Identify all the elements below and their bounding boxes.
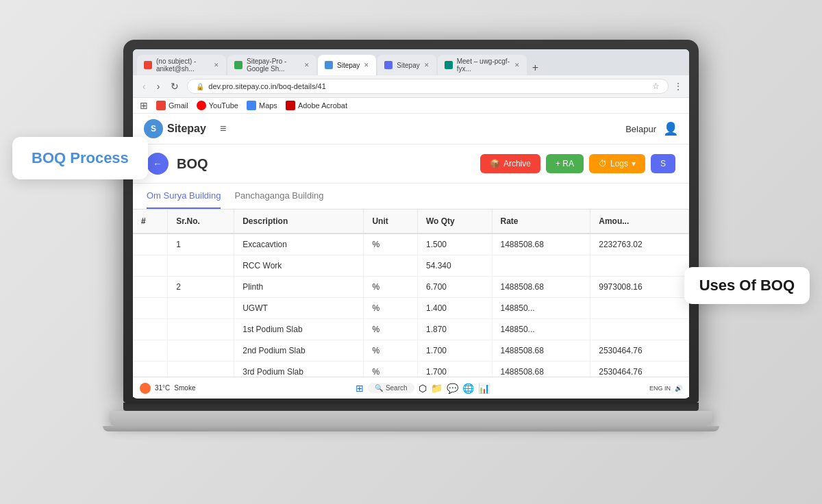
tab-gmail[interactable]: (no subject) - aniket@sh... ✕: [137, 55, 226, 75]
uses-of-boq-text: Uses Of BOQ: [699, 277, 795, 294]
table-cell: 1488508.68: [492, 234, 590, 255]
archive-label: Archive: [503, 159, 531, 168]
new-tab-button[interactable]: +: [528, 62, 543, 74]
tab-meet-label: Meet – uwg-pcgf-fyx...: [457, 58, 510, 73]
meet-tab-icon: [445, 61, 453, 69]
url-input[interactable]: 🔒 dev.pro.sitepay.co.in/boq-details/41 ☆: [187, 79, 669, 94]
sitepay-logo: S Sitepay: [144, 119, 206, 138]
submit-label: S: [660, 159, 666, 168]
table-cell: %: [364, 319, 418, 340]
archive-icon: 📦: [490, 159, 500, 168]
tab-om-surya[interactable]: Om Surya Building: [147, 184, 221, 209]
taskbar-widgets-icon[interactable]: ⬡: [419, 383, 427, 394]
acrobat-bm-icon: [286, 101, 295, 110]
gmail-tab-icon: [144, 61, 152, 69]
logs-button[interactable]: ⏱ Logs ▾: [589, 154, 645, 173]
search-icon: 🔍: [375, 384, 383, 392]
taskbar-app3-icon[interactable]: 📊: [478, 383, 490, 394]
tab-gmail-close[interactable]: ✕: [214, 62, 219, 68]
bookmarks-bar: ⊞ Gmail YouTube Maps Adobe Acrobat: [133, 98, 689, 114]
sitepay1-tab-icon: [325, 61, 333, 69]
taskbar-search[interactable]: 🔍 Search: [368, 383, 414, 393]
volume-icon[interactable]: 🔊: [675, 385, 682, 392]
bookmark-gmail[interactable]: Gmail: [156, 101, 188, 110]
table-cell: 1488508.68: [492, 277, 590, 298]
sheets-tab-icon: [234, 61, 242, 69]
table-cell: 1.870: [417, 319, 492, 340]
table-cell: [168, 319, 234, 340]
browser-tabs-bar: (no subject) - aniket@sh... ✕ Sitepay-Pr…: [133, 49, 689, 75]
table-cell: %: [364, 234, 418, 255]
table-cell: %: [364, 340, 418, 362]
laptop-screen: (no subject) - aniket@sh... ✕ Sitepay-Pr…: [123, 40, 699, 403]
bookmark-youtube[interactable]: YouTube: [197, 101, 238, 110]
table-row: 2nd Podium Slab%1.7001488508.682530464.7…: [133, 340, 689, 362]
tab-sitepay1-close[interactable]: ✕: [364, 62, 369, 68]
col-description: Description: [234, 210, 364, 234]
taskbar-files-icon[interactable]: 📁: [431, 383, 443, 394]
app-name: Sitepay: [167, 123, 206, 135]
tab-sitepay2-close[interactable]: ✕: [424, 62, 429, 68]
youtube-bm-label: YouTube: [209, 101, 238, 110]
table-cell: 2: [168, 277, 234, 298]
table-cell: [133, 234, 168, 255]
col-hash: #: [133, 210, 168, 234]
windows-icon[interactable]: ⊞: [356, 383, 364, 394]
logo-circle: S: [144, 119, 163, 138]
sitepay-header: S Sitepay ≡ Belapur 👤: [133, 114, 689, 144]
bookmark-star-icon: ☆: [652, 81, 660, 91]
table-cell: [133, 277, 168, 298]
back-button[interactable]: ‹: [140, 79, 149, 93]
weather-icon: [140, 383, 151, 394]
table-row: 1st Podium Slab%1.870148850...: [133, 319, 689, 340]
table-cell: %: [364, 298, 418, 319]
table-cell: %: [364, 277, 418, 298]
tab-om-surya-label: Om Surya Building: [147, 190, 221, 201]
bookmark-acrobat[interactable]: Adobe Acrobat: [286, 101, 347, 110]
col-unit: Unit: [364, 210, 418, 234]
boq-process-label: BOQ Process: [12, 137, 148, 179]
table-cell: [133, 340, 168, 362]
table-cell: 2nd Podium Slab: [234, 340, 364, 362]
tab-sitepay1-label: Sitepay: [337, 62, 360, 69]
tab-sitepay2[interactable]: Sitepay ✕: [377, 55, 436, 75]
sitepay2-tab-icon: [384, 61, 393, 69]
hamburger-menu-icon[interactable]: ≡: [220, 123, 226, 135]
tab-meet-close[interactable]: ✕: [514, 62, 520, 68]
submit-button[interactable]: S: [651, 154, 675, 173]
ra-button[interactable]: + RA: [546, 154, 584, 173]
forward-button[interactable]: ›: [154, 79, 163, 93]
boq-table: # Sr.No. Description Unit Wo Qty Rate Am…: [133, 210, 689, 383]
uses-of-boq-label: Uses Of BOQ: [684, 267, 810, 304]
tab-sheets[interactable]: Sitepay-Pro - Google Sh... ✕: [227, 55, 316, 75]
table-cell: 148850...: [492, 319, 590, 340]
lock-icon: 🔒: [196, 83, 204, 90]
address-bar: ‹ › ↻ 🔒 dev.pro.sitepay.co.in/boq-detail…: [133, 75, 689, 98]
laptop-foot: [103, 426, 719, 431]
tab-sheets-close[interactable]: ✕: [304, 62, 310, 68]
boq-process-text: BOQ Process: [32, 149, 129, 166]
table-body: 1Excacavtion%1.5001488508.682232763.02RC…: [133, 234, 689, 383]
table-cell: Excacavtion: [234, 234, 364, 255]
bookmark-maps[interactable]: Maps: [247, 101, 277, 110]
ra-label: + RA: [556, 159, 574, 168]
user-profile-icon[interactable]: 👤: [663, 121, 678, 136]
table-cell: 6.700: [417, 277, 492, 298]
back-arrow-button[interactable]: ←: [147, 153, 169, 175]
extensions-icon[interactable]: ⋮: [674, 81, 682, 91]
apps-grid-icon[interactable]: ⊞: [140, 100, 148, 111]
archive-button[interactable]: 📦 Archive: [480, 154, 540, 173]
taskbar-left: 31°C Smoke: [140, 383, 195, 394]
taskbar-app2-icon[interactable]: 🌐: [462, 383, 474, 394]
tab-panchaganga[interactable]: Panchaganga Building: [234, 184, 323, 209]
reload-button[interactable]: ↻: [168, 79, 182, 93]
building-tabs: Om Surya Building Panchaganga Building: [133, 184, 689, 210]
weather-temp: 31°C: [155, 384, 170, 392]
boq-actions: 📦 Archive + RA ⏱ Logs ▾ S: [480, 154, 675, 173]
table-cell: 2530464.76: [590, 340, 689, 362]
tab-sitepay1[interactable]: Sitepay ✕: [318, 55, 376, 75]
tab-meet[interactable]: Meet – uwg-pcgf-fyx... ✕: [438, 55, 527, 75]
col-wo-qty: Wo Qty: [417, 210, 492, 234]
search-label: Search: [386, 384, 408, 392]
taskbar-app1-icon[interactable]: 💬: [447, 383, 458, 394]
